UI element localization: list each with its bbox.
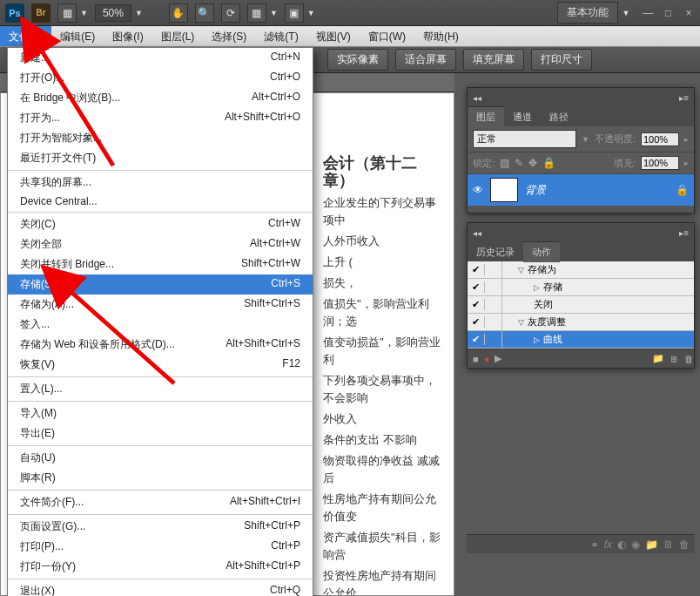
layout-menu-icon[interactable]: ▦ (57, 3, 77, 23)
panel-menu-icon[interactable]: ▸≡ (679, 93, 694, 103)
menu-item[interactable]: 导出(E) (8, 423, 313, 444)
link-icon[interactable]: ⚭ (590, 538, 599, 551)
menu-item[interactable]: 选择(S) (203, 26, 255, 46)
actions-footer: ■ ● ▶ 📁 🗎 🗑 (468, 349, 694, 368)
doc-text: 上升 ( (323, 254, 443, 271)
rotate-view-icon[interactable]: ⟳ (221, 3, 240, 23)
lock-label: 锁定: (473, 157, 495, 170)
folder-icon[interactable]: 📁 (645, 538, 658, 551)
window-controls: — □ × (636, 7, 695, 19)
lock-transparent-icon[interactable]: ▨ (500, 157, 509, 169)
new-action-icon[interactable]: 🗎 (670, 354, 679, 364)
layers-footer: ⚭ fx ◐ ◉ 📁 🗎 🗑 (467, 534, 695, 553)
mask-icon[interactable]: ◐ (617, 538, 626, 551)
svg-line-0 (38, 45, 113, 166)
layer-row[interactable]: 👁 背景 🔒 (468, 174, 694, 206)
option-button[interactable]: 适合屏幕 (395, 49, 456, 71)
opacity-label: 不透明度: (595, 132, 636, 146)
svg-line-1 (66, 288, 174, 383)
workspace-label[interactable]: 基本功能 (557, 2, 618, 24)
doc-text: 物资取得的净收益 减减 后 (323, 452, 443, 487)
menu-item[interactable]: 关闭全部Alt+Ctrl+W (8, 234, 313, 254)
annotation-arrow-2 (52, 261, 192, 403)
bridge-icon[interactable]: Br (31, 3, 50, 23)
zoom-value[interactable]: 50% (95, 4, 131, 22)
menu-item[interactable]: 帮助(H) (414, 26, 468, 46)
menu-item[interactable]: Device Central... (8, 193, 313, 210)
fx-icon[interactable]: fx (604, 538, 612, 551)
menu-item[interactable]: 图层(L) (152, 26, 204, 46)
doc-title: 会计（第十二章） (323, 154, 443, 189)
play-icon[interactable]: ▶ (495, 353, 501, 364)
layers-panel: ◂◂ ▸≡ 图层通道路径 正常 ▼ 不透明度: 100% ▸ 锁定: ▨ ✎ ✥… (467, 87, 695, 213)
new-layer-icon[interactable]: 🗎 (663, 538, 674, 551)
lock-position-icon[interactable]: ✥ (528, 157, 537, 169)
eye-icon[interactable]: 👁 (473, 184, 483, 196)
fill-label: 填充: (614, 157, 636, 170)
panel-tab[interactable]: 路径 (541, 107, 577, 127)
action-row[interactable]: ✔▽存储为 (468, 261, 694, 279)
lock-icon: 🔒 (676, 184, 689, 196)
action-row[interactable]: ✔关闭 (468, 296, 694, 314)
doc-text: 人外币收入 (323, 233, 443, 250)
opacity-input[interactable]: 100% (641, 132, 679, 146)
layer-name: 背景 (525, 183, 546, 198)
option-button[interactable]: 填充屏幕 (463, 49, 524, 71)
app-bar: Ps Br ▦▼ 50%▼ ✋ 🔍 ⟳ ▦▼ ▣▼ 基本功能▼ — □ × (0, 0, 700, 26)
menu-item[interactable]: 脚本(R) (8, 468, 313, 488)
panel-tab[interactable]: 图层 (468, 106, 504, 127)
screen-mode-icon[interactable]: ▣ (285, 3, 304, 23)
menu-item[interactable]: 文件简介(F)...Alt+Shift+Ctrl+I (8, 492, 313, 512)
menu-item[interactable]: 导入(M) (8, 403, 313, 423)
menu-item[interactable]: 退出(X)Ctrl+Q (8, 581, 313, 596)
doc-text: 企业发生的下列交易事项中 (323, 194, 443, 229)
record-icon[interactable]: ● (484, 354, 490, 364)
arrange-icon[interactable]: ▦ (247, 3, 266, 23)
panel-tab[interactable]: 通道 (504, 107, 541, 127)
doc-text: 性房地产持有期间公允价值变 (323, 491, 443, 525)
doc-text: 损失， (323, 274, 443, 292)
action-row[interactable]: ✔▷曲线 (468, 331, 694, 349)
hand-tool-icon[interactable]: ✋ (169, 3, 188, 23)
option-button[interactable]: 实际像素 (327, 49, 388, 71)
zoom-tool-icon[interactable]: 🔍 (195, 3, 214, 23)
doc-text: 值变动损益"，影响营业利 (323, 334, 443, 369)
photoshop-icon[interactable]: Ps (5, 3, 24, 23)
lock-all-icon[interactable]: 🔒 (542, 157, 555, 169)
panels-column: ◂◂ ▸≡ 图层通道路径 正常 ▼ 不透明度: 100% ▸ 锁定: ▨ ✎ ✥… (467, 87, 695, 553)
actions-panel: ◂◂ ▸≡ 历史记录动作 ✔▽存储为✔▷存储✔关闭✔▽灰度调整✔▷曲线 ■ ● … (467, 222, 695, 369)
trash-icon[interactable]: 🗑 (679, 538, 690, 551)
panel-menu-icon[interactable]: ▸≡ (679, 228, 694, 238)
panel-tab[interactable]: 历史记录 (468, 242, 523, 262)
annotation-arrow-1 (26, 35, 122, 177)
doc-text: 条件的支出 不影响 (323, 431, 443, 449)
fill-input[interactable]: 100% (641, 156, 679, 170)
menu-item[interactable]: 窗口(W) (360, 26, 414, 46)
blend-mode-select[interactable]: 正常 (473, 130, 576, 148)
menu-item[interactable]: 关闭(C)Ctrl+W (8, 214, 313, 234)
menu-item[interactable]: 视图(V) (307, 26, 360, 46)
new-folder-icon[interactable]: 📁 (652, 353, 664, 364)
lock-paint-icon[interactable]: ✎ (515, 157, 523, 169)
doc-text: 下列各项交易事项中，不会影响 (323, 372, 443, 407)
menu-item[interactable]: 打印(P)...Ctrl+P (8, 537, 313, 557)
action-row[interactable]: ✔▽灰度调整 (468, 314, 694, 331)
menu-item[interactable]: 自动(U) (8, 448, 313, 468)
menu-item[interactable]: 页面设置(G)...Shift+Ctrl+P (8, 517, 313, 537)
maximize-icon[interactable]: □ (663, 7, 675, 19)
layer-thumbnail[interactable] (490, 178, 518, 202)
option-button[interactable]: 打印尺寸 (531, 49, 592, 71)
action-row[interactable]: ✔▷存储 (468, 279, 694, 296)
menu-item[interactable]: 打印一份(Y)Alt+Shift+Ctrl+P (8, 557, 313, 577)
panel-tab[interactable]: 动作 (523, 241, 560, 262)
minimize-icon[interactable]: — (642, 7, 654, 19)
doc-text: 资产减值损失"科目，影响营 (323, 529, 443, 564)
doc-text: 值损失"，影响营业利润；选 (323, 295, 443, 330)
close-icon[interactable]: × (683, 7, 695, 19)
trash-icon[interactable]: 🗑 (684, 354, 694, 364)
stop-icon[interactable]: ■ (473, 354, 479, 364)
menu-item[interactable]: 滤镜(T) (255, 26, 306, 46)
doc-text: 投资性房地产持有期间公允价 (323, 567, 443, 596)
doc-text: 外收入 (323, 410, 443, 428)
adjustment-icon[interactable]: ◉ (631, 538, 640, 551)
